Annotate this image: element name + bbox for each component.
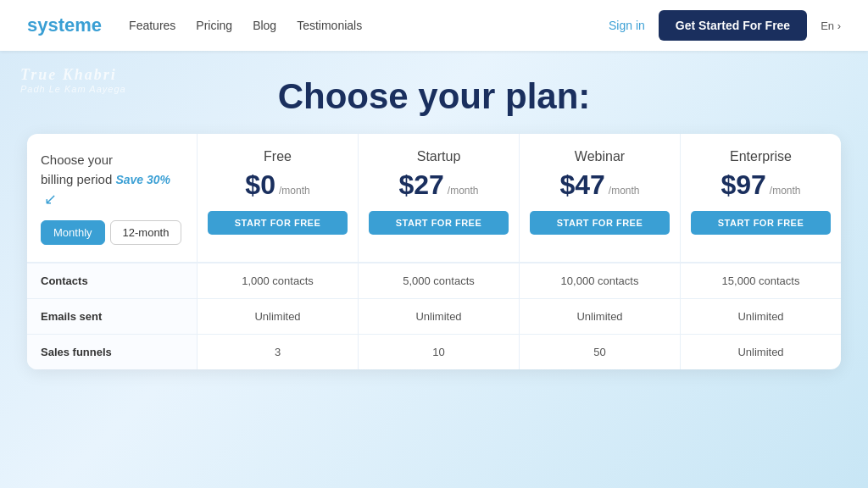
watermark: True Khabri Padh Le Kam Aayega: [20, 66, 126, 94]
feature-value-emails-webinar: Unlimited: [519, 299, 680, 334]
plan-col-webinar: Webinar $47 /month START FOR FREE: [519, 134, 680, 262]
feature-value-emails-free: Unlimited: [197, 299, 358, 334]
plan-price-free: $0 /month: [208, 169, 348, 201]
billing-toggle: Monthly 12-month: [41, 220, 183, 245]
feature-value-contacts-webinar: 10,000 contacts: [519, 263, 680, 298]
start-btn-enterprise[interactable]: START FOR FREE: [691, 211, 831, 235]
plan-name-webinar: Webinar: [530, 149, 670, 164]
plan-col-startup: Startup $27 /month START FOR FREE: [358, 134, 519, 262]
feature-row-contacts: Contacts 1,000 contacts 5,000 contacts 1…: [27, 263, 841, 298]
nav-link-pricing[interactable]: Pricing: [196, 19, 232, 32]
plan-price-period-enterprise: /month: [770, 185, 801, 197]
plan-price-period-free: /month: [279, 185, 310, 197]
feature-value-funnels-startup: 10: [358, 335, 519, 369]
pricing-header: Choose your billing period Save 30% ↙ Mo…: [27, 134, 841, 263]
plan-price-webinar: $47 /month: [530, 169, 670, 201]
hero-title: Choose your plan:: [27, 68, 841, 117]
feature-label-emails: Emails sent: [27, 299, 197, 334]
navbar: systeme Features Pricing Blog Testimonia…: [0, 0, 868, 51]
arrow-icon: ↙: [44, 189, 57, 210]
nav-right: Sign in Get Started For Free En ›: [609, 10, 841, 41]
plan-price-enterprise: $97 /month: [691, 169, 831, 201]
nav-link-blog[interactable]: Blog: [253, 19, 276, 32]
feature-value-emails-startup: Unlimited: [358, 299, 519, 334]
feature-value-funnels-enterprise: Unlimited: [680, 335, 841, 369]
plan-price-amount-webinar: $47: [559, 169, 604, 201]
plan-name-free: Free: [208, 149, 348, 164]
plan-name-enterprise: Enterprise: [691, 149, 831, 164]
start-btn-startup[interactable]: START FOR FREE: [369, 211, 509, 235]
save-badge: Save 30%: [115, 172, 170, 189]
main-content: True Khabri Padh Le Kam Aayega Choose yo…: [0, 51, 868, 369]
annual-toggle[interactable]: 12-month: [110, 220, 182, 245]
watermark-subtitle: Padh Le Kam Aayega: [20, 84, 126, 94]
feature-value-funnels-webinar: 50: [519, 335, 680, 369]
feature-value-funnels-free: 3: [197, 335, 358, 369]
nav-links: Features Pricing Blog Testimonials: [129, 19, 609, 32]
feature-label-funnels: Sales funnels: [27, 335, 197, 369]
monthly-toggle[interactable]: Monthly: [41, 220, 105, 245]
watermark-title: True Khabri: [20, 66, 126, 84]
get-started-button[interactable]: Get Started For Free: [659, 10, 807, 41]
plan-name-startup: Startup: [369, 149, 509, 164]
feature-row-funnels: Sales funnels 3 10 50 Unlimited: [27, 334, 841, 369]
feature-value-contacts-enterprise: 15,000 contacts: [680, 263, 841, 298]
pricing-table: Choose your billing period Save 30% ↙ Mo…: [27, 134, 841, 369]
plan-col-free: Free $0 /month START FOR FREE: [197, 134, 358, 262]
plan-price-amount-free: $0: [245, 169, 275, 201]
language-selector[interactable]: En ›: [821, 19, 841, 32]
start-btn-free[interactable]: START FOR FREE: [208, 211, 348, 235]
feature-label-contacts: Contacts: [27, 263, 197, 298]
plan-col-enterprise: Enterprise $97 /month START FOR FREE: [680, 134, 841, 262]
nav-link-testimonials[interactable]: Testimonials: [297, 19, 362, 32]
logo: systeme: [27, 14, 102, 36]
plan-price-startup: $27 /month: [369, 169, 509, 201]
plan-price-period-webinar: /month: [609, 185, 640, 197]
sign-in-link[interactable]: Sign in: [609, 19, 645, 32]
feature-row-emails: Emails sent Unlimited Unlimited Unlimite…: [27, 298, 841, 334]
billing-period-label: Choose your billing period Save 30% ↙: [41, 151, 183, 210]
plan-price-period-startup: /month: [448, 185, 479, 197]
feature-value-contacts-free: 1,000 contacts: [197, 263, 358, 298]
feature-value-emails-enterprise: Unlimited: [680, 299, 841, 334]
plan-price-amount-startup: $27: [398, 169, 443, 201]
plan-price-amount-enterprise: $97: [721, 169, 765, 201]
billing-period-column: Choose your billing period Save 30% ↙ Mo…: [27, 134, 197, 262]
nav-link-features[interactable]: Features: [129, 19, 175, 32]
feature-value-contacts-startup: 5,000 contacts: [358, 263, 519, 298]
start-btn-webinar[interactable]: START FOR FREE: [530, 211, 670, 235]
